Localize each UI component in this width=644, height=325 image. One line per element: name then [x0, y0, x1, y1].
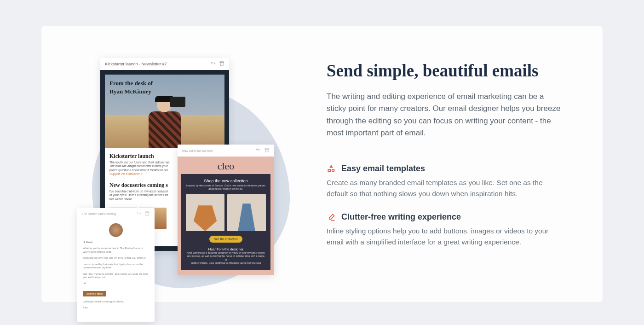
- product-grid: [186, 194, 266, 231]
- email-template-cleo: New collection out now cleo Shop the new…: [178, 145, 274, 275]
- content-area: Send simple, beautiful emails The writin…: [322, 26, 603, 302]
- footer-heading: Hear from the designer: [186, 247, 266, 251]
- hero-image: From the desk of Ryan McKinney: [105, 75, 224, 148]
- email-template-letter: The kitchen sink's coming Hi friend, Whe…: [77, 208, 155, 322]
- reply-icon: [255, 147, 261, 153]
- section-lead: The writing and editing experience of em…: [327, 91, 561, 139]
- avatar: [109, 223, 123, 237]
- greeting: Hi friend,: [83, 241, 149, 244]
- cta-button: See the collection: [209, 236, 242, 243]
- template-header: Kickstarter launch - Newsletter #7: [100, 58, 229, 70]
- feature-body: Inline styling options help you to add b…: [327, 226, 561, 248]
- brand-logo-text: cleo: [181, 160, 270, 172]
- svg-point-7: [332, 169, 334, 172]
- feature-title: Easy email templates: [341, 164, 425, 174]
- svg-rect-6: [328, 169, 330, 172]
- shapes-icon: [327, 164, 336, 174]
- svg-rect-5: [146, 213, 149, 215]
- feature-title: Clutter-free writing experience: [341, 212, 461, 222]
- template-tab: New collection out now: [182, 149, 213, 152]
- template-toolbar: [134, 211, 150, 217]
- join-button: Join the crew: [83, 291, 106, 296]
- template-body: Hi friend, Whether you're someone new to…: [77, 220, 155, 316]
- feature-body: Create as many branded email templates a…: [327, 177, 561, 199]
- hero-caption: From the desk of Ryan McKinney: [109, 79, 153, 95]
- template-tab: The kitchen sink's coming: [82, 212, 116, 215]
- feature-writing: Clutter-free writing experience Inline s…: [327, 212, 561, 248]
- template-header: New collection out now: [178, 145, 274, 157]
- archive-icon: [264, 147, 270, 153]
- product-image: [186, 194, 224, 231]
- reply-icon: [136, 211, 142, 216]
- section-heading: Send simple, beautiful emails: [327, 61, 561, 81]
- product-image: [227, 194, 266, 231]
- template-tab: Kickstarter launch - Newsletter #7: [105, 62, 167, 66]
- edit-icon: [327, 213, 336, 222]
- template-body: cleo Shop the new collection Inspired by…: [178, 157, 274, 275]
- archive-icon: [219, 61, 224, 66]
- collection-panel: Shop the new collection Inspired by the …: [181, 174, 270, 270]
- collection-title: Shop the new collection: [186, 179, 266, 183]
- svg-rect-1: [220, 63, 223, 65]
- template-header: The kitchen sink's coming: [77, 208, 155, 220]
- svg-rect-3: [265, 149, 268, 152]
- archive-icon: [144, 211, 150, 216]
- feature-card: Kickstarter launch - Newsletter #7: [41, 26, 603, 302]
- template-toolbar: [253, 147, 270, 154]
- template-toolbar: [208, 61, 224, 67]
- feature-templates: Easy email templates Create as many bran…: [327, 164, 561, 199]
- reply-icon: [210, 61, 216, 66]
- illustration-area: Kickstarter launch - Newsletter #7: [41, 26, 322, 302]
